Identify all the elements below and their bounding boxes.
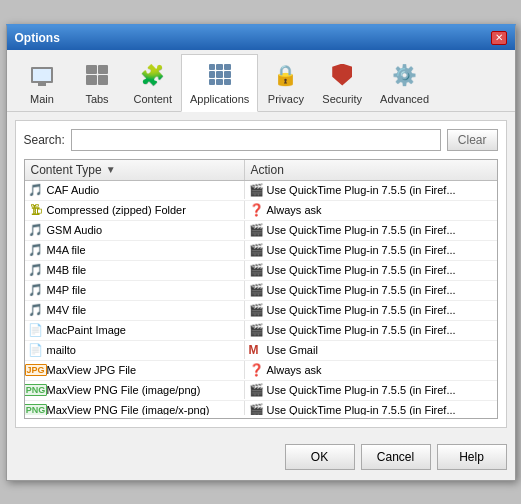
audio-icon: 🎵 [29,223,43,237]
window-title: Options [15,31,60,45]
cell-action: ❓ Always ask [245,361,497,379]
action-icon: 🎬 [249,303,263,317]
cell-content-type: JPG MaxView JPG File [25,361,245,379]
cell-content-type: 🎵 CAF Audio [25,181,245,199]
clear-button[interactable]: Clear [447,129,498,151]
shield-icon [326,59,358,91]
tab-content[interactable]: 🧩 Content [125,54,182,112]
cell-content-type: 📄 MacPaint Image [25,321,245,339]
action-icon: 🎬 [249,183,263,197]
action-icon: 🎬 [249,403,263,415]
action-icon: 🎬 [249,323,263,337]
sort-arrow-icon: ▼ [106,164,116,175]
action-icon: M [249,343,263,357]
table-row[interactable]: 🎵 M4B file 🎬 Use QuickTime Plug-in 7.5.5… [25,261,497,281]
table-row[interactable]: PNG MaxView PNG File (image/png) 🎬 Use Q… [25,381,497,401]
table-row[interactable]: 📄 mailto M Use Gmail [25,341,497,361]
audio-icon: 🎵 [29,283,43,297]
png-icon: PNG [29,403,43,415]
cell-action: 🎬 Use QuickTime Plug-in 7.5.5 (in Firef.… [245,221,497,239]
tab-main-label: Main [30,93,54,105]
tab-security-label: Security [322,93,362,105]
tab-advanced[interactable]: ⚙️ Advanced [371,54,438,112]
cell-content-type: 🎵 GSM Audio [25,221,245,239]
action-icon: 🎬 [249,263,263,277]
table-row[interactable]: 🎵 M4A file 🎬 Use QuickTime Plug-in 7.5.5… [25,241,497,261]
options-window: Options ✕ Main Tabs 🧩 Content [6,24,516,481]
action-icon: 🎬 [249,223,263,237]
table-body[interactable]: 🎵 CAF Audio 🎬 Use QuickTime Plug-in 7.5.… [25,181,497,415]
action-icon: ❓ [249,363,263,377]
column-header-action[interactable]: Action [245,160,497,180]
cell-action: ❓ Always ask [245,201,497,219]
cancel-button[interactable]: Cancel [361,444,431,470]
cell-action: 🎬 Use QuickTime Plug-in 7.5.5 (in Firef.… [245,261,497,279]
column-header-content-type[interactable]: Content Type ▼ [25,160,245,180]
tab-privacy[interactable]: 🔒 Privacy [258,54,313,112]
cell-content-type: 🎵 M4V file [25,301,245,319]
tab-privacy-label: Privacy [268,93,304,105]
cell-content-type: 🗜 Compressed (zipped) Folder [25,201,245,219]
tab-security[interactable]: Security [313,54,371,112]
title-bar: Options ✕ [7,26,515,50]
cell-action: 🎬 Use QuickTime Plug-in 7.5.5 (in Firef.… [245,401,497,415]
table-row[interactable]: 🎵 CAF Audio 🎬 Use QuickTime Plug-in 7.5.… [25,181,497,201]
cell-content-type: 🎵 M4B file [25,261,245,279]
search-row: Search: Clear [24,129,498,151]
content-type-table: Content Type ▼ Action 🎵 CAF Audio 🎬 Use … [24,159,498,419]
generic-icon: 📄 [29,323,43,337]
cell-content-type: 📄 mailto [25,341,245,359]
tab-content-label: Content [134,93,173,105]
tab-tabs-label: Tabs [85,93,108,105]
table-row[interactable]: 🗜 Compressed (zipped) Folder ❓ Always as… [25,201,497,221]
cell-action: 🎬 Use QuickTime Plug-in 7.5.5 (in Firef.… [245,241,497,259]
table-row[interactable]: PNG MaxView PNG File (image/x-png) 🎬 Use… [25,401,497,415]
help-button[interactable]: Help [437,444,507,470]
toolbar: Main Tabs 🧩 Content Applications [7,50,515,112]
cell-action: 🎬 Use QuickTime Plug-in 7.5.5 (in Firef.… [245,301,497,319]
apps-icon [204,59,236,91]
table-row[interactable]: 🎵 M4P file 🎬 Use QuickTime Plug-in 7.5.5… [25,281,497,301]
tab-main[interactable]: Main [15,54,70,112]
audio-icon: 🎵 [29,243,43,257]
action-icon: 🎬 [249,243,263,257]
cell-action: M Use Gmail [245,341,497,359]
table-row[interactable]: 🎵 GSM Audio 🎬 Use QuickTime Plug-in 7.5.… [25,221,497,241]
audio-icon: 🎵 [29,183,43,197]
cell-content-type: PNG MaxView PNG File (image/png) [25,381,245,399]
png-icon: PNG [29,383,43,397]
cell-action: 🎬 Use QuickTime Plug-in 7.5.5 (in Firef.… [245,381,497,399]
search-label: Search: [24,133,65,147]
cell-content-type: 🎵 M4P file [25,281,245,299]
gear-icon: ⚙️ [389,59,421,91]
close-button[interactable]: ✕ [491,31,507,45]
search-input[interactable] [71,129,441,151]
audio-icon: 🎵 [29,303,43,317]
footer: OK Cancel Help [7,436,515,480]
jpg-icon: JPG [29,363,43,377]
puzzle-icon: 🧩 [137,59,169,91]
table-row[interactable]: 🎵 M4V file 🎬 Use QuickTime Plug-in 7.5.5… [25,301,497,321]
cell-action: 🎬 Use QuickTime Plug-in 7.5.5 (in Firef.… [245,281,497,299]
table-row[interactable]: JPG MaxView JPG File ❓ Always ask [25,361,497,381]
audio-icon: 🎵 [29,263,43,277]
cell-content-type: 🎵 M4A file [25,241,245,259]
tab-applications[interactable]: Applications [181,54,258,112]
ok-button[interactable]: OK [285,444,355,470]
tabs-icon [81,59,113,91]
tab-advanced-label: Advanced [380,93,429,105]
monitor-icon [26,59,58,91]
action-icon: ❓ [249,203,263,217]
cell-content-type: PNG MaxView PNG File (image/x-png) [25,401,245,415]
lock-icon: 🔒 [270,59,302,91]
zip-icon: 🗜 [29,203,43,217]
tab-tabs[interactable]: Tabs [70,54,125,112]
cell-action: 🎬 Use QuickTime Plug-in 7.5.5 (in Firef.… [245,181,497,199]
generic-icon: 📄 [29,343,43,357]
main-content: Search: Clear Content Type ▼ Action 🎵 CA… [15,120,507,428]
action-icon: 🎬 [249,383,263,397]
table-row[interactable]: 📄 MacPaint Image 🎬 Use QuickTime Plug-in… [25,321,497,341]
tab-applications-label: Applications [190,93,249,105]
cell-action: 🎬 Use QuickTime Plug-in 7.5.5 (in Firef.… [245,321,497,339]
action-icon: 🎬 [249,283,263,297]
